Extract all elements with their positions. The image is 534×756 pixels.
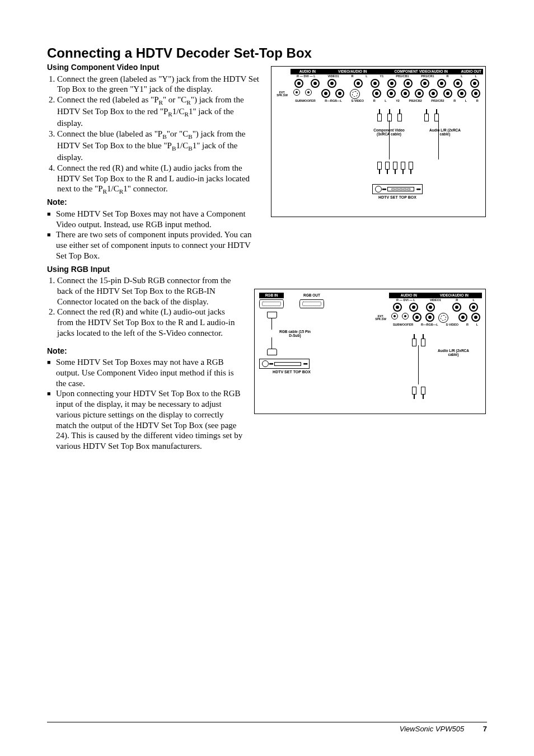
ext-spk-label: EXT. SPK.SW xyxy=(372,315,389,321)
dsub-connector-icon xyxy=(267,349,277,355)
section-heading-component: Using Component Video Input xyxy=(47,63,260,73)
list-item: Some HDTV Set Top Boxes may not have a C… xyxy=(47,209,260,230)
page-title: Connecting a HDTV Decoder Set-Top Box xyxy=(47,45,487,62)
rca-plug-icon xyxy=(409,162,413,174)
rca-jack-icon xyxy=(457,89,466,98)
rca-jack-icon xyxy=(372,89,381,98)
rca-plug-icon xyxy=(378,162,381,174)
dsub-connector-icon xyxy=(267,312,277,318)
rca-jack-icon xyxy=(393,303,402,312)
rca-jack-icon xyxy=(458,313,467,322)
svideo-jack-icon xyxy=(438,313,448,323)
rgb-in-label: RGB IN xyxy=(259,293,284,298)
cable-label-audio: Audio L/R (2xRCA cable) xyxy=(434,349,473,356)
list-item: Connect the blue (labeled as "PB"or "CB"… xyxy=(57,129,260,163)
rca-plug-icon xyxy=(421,334,425,346)
diagram-component-video: AUDIO IN VIDEO/AUDIO IN COMPONENT VIDEO/… xyxy=(271,66,486,217)
rca-jack-icon xyxy=(453,79,462,88)
rca-jack-icon xyxy=(426,303,435,312)
rca-jack-icon xyxy=(425,313,434,322)
panel-header: AUDIO IN VIDEO/AUDIO IN xyxy=(389,293,482,298)
rca-jack-icon xyxy=(443,89,452,98)
dsub-port-icon xyxy=(259,299,284,308)
steps-component: Connect the green (labeled as "Y") jack … xyxy=(47,74,260,196)
cable-label-rgb: RGB cable (15 Pin D-Sub) xyxy=(279,330,311,337)
settop-box-icon: ●●● ▭▭▭▭▭ ●●● xyxy=(372,184,423,194)
rca-jack-icon xyxy=(470,79,479,88)
rca-plug-icon xyxy=(401,162,405,174)
rca-jack-icon xyxy=(409,303,418,312)
rca-plug-icon xyxy=(413,334,416,346)
rca-plug-icon xyxy=(378,109,381,121)
rca-jack-icon xyxy=(335,89,344,98)
rca-jack-icon xyxy=(420,79,429,88)
svideo-jack-icon xyxy=(350,89,360,99)
rca-jack-icon xyxy=(471,313,480,322)
rca-jack-icon xyxy=(402,313,409,320)
list-item: There are two sets of component inputs p… xyxy=(47,229,260,261)
section-heading-rgb: Using RGB Input xyxy=(47,265,243,275)
stb-label: HDTV SET TOP BOX xyxy=(372,195,423,200)
notes-component: Some HDTV Set Top Boxes may not have a C… xyxy=(47,209,260,261)
rca-plug-icon xyxy=(425,109,428,121)
list-item: Connect the green (labeled as "Y") jack … xyxy=(57,74,260,95)
rgb-out-label: RGB OUT xyxy=(299,293,324,298)
rca-plug-icon xyxy=(413,387,416,399)
list-item: Upon connecting your HDTV Set Top Box to… xyxy=(47,388,243,452)
rca-jack-icon xyxy=(293,89,300,96)
rca-jack-icon xyxy=(401,89,410,98)
diagram-rgb: RGB IN RGB OUT RGB cable (15 Pin D-Sub) xyxy=(254,289,486,414)
rca-jack-icon xyxy=(429,89,438,98)
product-name: ViewSonic VPW505 xyxy=(400,725,464,733)
list-item: Some HDTV Set Top Boxes may not have a R… xyxy=(47,357,243,388)
rca-plug-icon xyxy=(398,109,401,121)
list-item: Connect the red (labeled as "PR" or "CR"… xyxy=(57,95,260,129)
note-heading: Note: xyxy=(47,198,260,208)
rca-jack-icon xyxy=(437,79,446,88)
dsub-port-icon xyxy=(299,299,324,308)
rca-jack-icon xyxy=(404,79,413,88)
note-heading: Note: xyxy=(47,346,243,356)
panel-header: AUDIO IN VIDEO/AUDIO IN COMPONENT VIDEO/… xyxy=(291,69,483,74)
rca-plug-icon xyxy=(435,109,438,121)
list-item: Connect the 15-pin D-Sub RGB connector f… xyxy=(57,275,243,307)
rca-jack-icon xyxy=(391,313,398,320)
page-footer: ViewSonic VPW505 7 xyxy=(47,722,487,734)
rca-jack-icon xyxy=(294,79,303,88)
list-item: Connect the red (R) and white (L) audio-… xyxy=(57,307,243,338)
rca-jack-icon xyxy=(371,79,380,88)
cable-label-audio: Audio L/R (2xRCA cable) xyxy=(425,128,465,136)
rca-jack-icon xyxy=(387,89,396,98)
rca-jack-icon xyxy=(452,303,461,312)
steps-rgb: Connect the 15-pin D-Sub RGB connector f… xyxy=(47,275,243,339)
rca-jack-icon xyxy=(469,303,478,312)
rca-jack-icon xyxy=(327,79,336,88)
ext-spk-label: EXT. SPK.SW xyxy=(274,91,291,97)
rca-jack-icon xyxy=(354,79,363,88)
rca-plug-icon xyxy=(421,387,425,399)
settop-box-icon: ●●● ●●● xyxy=(259,359,310,369)
rca-plug-icon xyxy=(394,162,397,174)
stb-label: HDTV SET TOP BOX xyxy=(259,370,324,375)
rca-jack-icon xyxy=(321,89,330,98)
notes-rgb: Some HDTV Set Top Boxes may not have a R… xyxy=(47,357,243,452)
rca-jack-icon xyxy=(471,89,480,98)
rca-jack-icon xyxy=(311,79,320,88)
rca-jack-icon xyxy=(413,313,421,322)
rca-jack-icon xyxy=(415,89,424,98)
rca-plug-icon xyxy=(386,162,389,174)
page-number: 7 xyxy=(483,725,487,733)
list-item: Connect the red (R) and white (L) audio … xyxy=(57,163,260,196)
rca-plug-icon xyxy=(388,109,391,121)
rca-jack-icon xyxy=(387,79,396,88)
rca-jack-icon xyxy=(305,89,312,96)
